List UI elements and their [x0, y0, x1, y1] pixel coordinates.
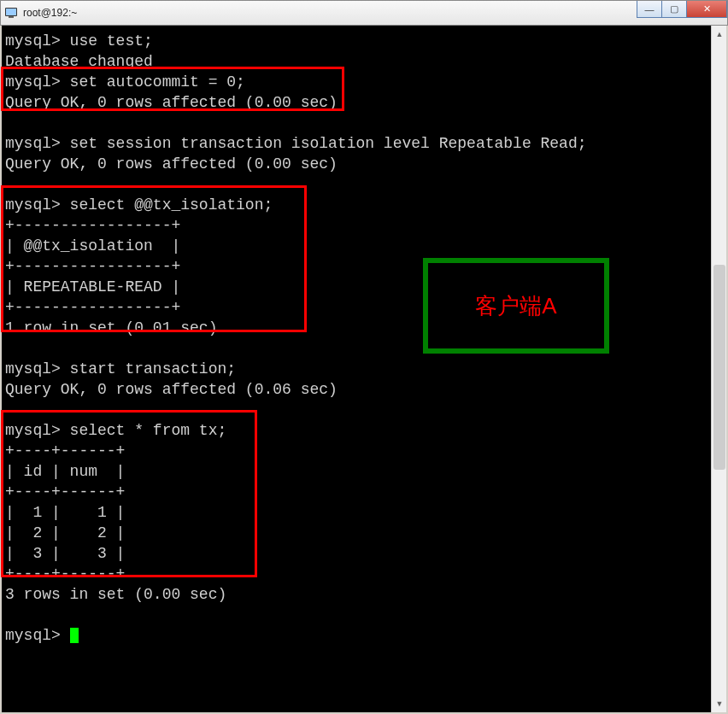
app-icon — [4, 6, 18, 20]
terminal-line: | 1 | 1 | — [5, 502, 707, 523]
terminal-line: mysql> select @@tx_isolation; — [5, 195, 707, 215]
close-button[interactable]: ✕ — [686, 1, 727, 18]
scroll-thumb[interactable] — [713, 265, 725, 470]
terminal-line: | 3 | 3 | — [5, 543, 707, 564]
terminal-line: Query OK, 0 rows affected (0.06 sec) — [5, 379, 707, 400]
terminal-line: 3 rows in set (0.00 sec) — [5, 584, 707, 605]
client-label-box: 客户端A — [423, 258, 609, 354]
terminal-line: +----+------+ — [5, 441, 707, 461]
client-label-text: 客户端A — [475, 291, 556, 321]
terminal-line: +----+------+ — [5, 564, 707, 584]
terminal-line: | @@tx_isolation | — [5, 236, 707, 256]
terminal-line: | id | num | — [5, 461, 707, 482]
minimize-button[interactable]: — — [637, 1, 662, 18]
terminal-line: mysql> select * from tx; — [5, 420, 707, 441]
terminal-line: mysql> start transaction; — [5, 359, 707, 379]
scroll-up-arrow[interactable]: ▲ — [713, 27, 725, 41]
terminal-output[interactable]: mysql> use test;Database changedmysql> s… — [2, 26, 711, 712]
terminal-line: mysql> set session transaction isolation… — [5, 133, 707, 154]
maximize-button[interactable]: ▢ — [661, 1, 687, 18]
window-controls: — ▢ ✕ — [637, 1, 727, 20]
terminal-line — [5, 174, 707, 195]
terminal-line — [5, 400, 707, 420]
terminal-line — [5, 605, 707, 625]
terminal-line: Database changed — [5, 51, 707, 72]
vertical-scrollbar[interactable]: ▲ ▼ — [711, 26, 726, 712]
terminal-line: +----+------+ — [5, 482, 707, 502]
svg-rect-2 — [9, 16, 14, 18]
terminal-line: mysql> use test; — [5, 31, 707, 51]
terminal-line: Query OK, 0 rows affected (0.00 sec) — [5, 154, 707, 174]
terminal-cursor — [70, 628, 79, 643]
terminal-line: mysql> — [5, 625, 707, 646]
terminal-line: +-----------------+ — [5, 215, 707, 236]
terminal-line — [5, 113, 707, 133]
svg-rect-1 — [6, 9, 16, 15]
window-titlebar[interactable]: root@192:~ — ▢ ✕ — [0, 0, 728, 26]
terminal-line: | 2 | 2 | — [5, 523, 707, 543]
terminal-line: mysql> set autocommit = 0; — [5, 72, 707, 92]
window-title: root@192:~ — [23, 7, 77, 19]
scroll-down-arrow[interactable]: ▼ — [713, 697, 725, 711]
terminal-line: Query OK, 0 rows affected (0.00 sec) — [5, 92, 707, 113]
